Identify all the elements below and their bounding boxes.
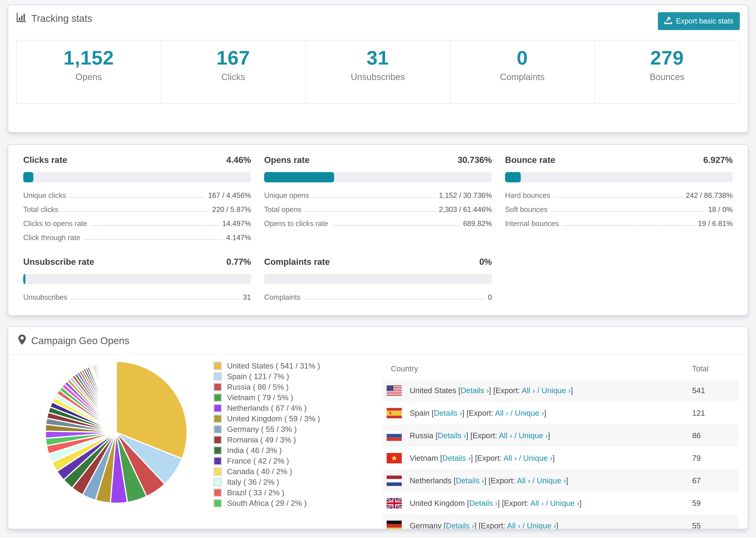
stat-row-label: Click through rate bbox=[23, 234, 80, 242]
details-link[interactable]: Details › bbox=[442, 454, 471, 462]
details-link[interactable]: Details › bbox=[434, 409, 462, 417]
stat-row-value: 689.82% bbox=[463, 219, 492, 228]
export-unique-link[interactable]: Unique › bbox=[515, 409, 544, 417]
legend-label: France ( 42 / 2% ) bbox=[227, 457, 289, 465]
legend-label: Italy ( 36 / 2% ) bbox=[227, 478, 279, 487]
stat-detail-row: Unsubscribes31 bbox=[23, 293, 251, 301]
geo-pie-chart bbox=[43, 360, 189, 505]
legend-label: South Africa ( 29 / 2% ) bbox=[227, 499, 307, 508]
export-icon bbox=[664, 16, 672, 26]
unsubscribe-rate-rows: Unsubscribes31 bbox=[23, 293, 251, 301]
stat-row-label: Soft bounces bbox=[505, 205, 548, 214]
details-link[interactable]: Details › bbox=[469, 499, 498, 508]
dotted-leader bbox=[563, 225, 694, 226]
export-unique-link[interactable]: Unique › bbox=[550, 499, 579, 508]
country-cell: Russia [Details ›] [Export: All › / Uniq… bbox=[382, 424, 688, 447]
details-link[interactable]: Details › bbox=[460, 386, 489, 395]
details-link[interactable]: Details › bbox=[446, 521, 474, 529]
geo-table-wrap: Country Total United States [Details ›] … bbox=[382, 358, 738, 529]
complaints-rate-rows: Complaints0 bbox=[264, 293, 492, 301]
unsubscribe-rate-value: 0.77% bbox=[226, 257, 251, 267]
legend-swatch bbox=[213, 414, 222, 423]
geo-table: Country Total United States [Details ›] … bbox=[382, 358, 738, 529]
legend-item-india: India ( 46 / 3% ) bbox=[213, 446, 336, 455]
export-all-link[interactable]: All › bbox=[499, 431, 512, 440]
dotted-leader bbox=[313, 197, 435, 198]
export-all-link[interactable]: All › bbox=[522, 386, 535, 395]
export-unique-link[interactable]: Unique › bbox=[519, 431, 548, 440]
unsubscribe-rate-progress-bar bbox=[23, 274, 251, 284]
country-links: Spain [Details ›] [Export: All › / Uniqu… bbox=[410, 409, 546, 418]
legend-label: Germany ( 55 / 3% ) bbox=[227, 425, 297, 434]
country-cell-content: United Kingdom [Details ›] [Export: All … bbox=[387, 498, 688, 509]
stat-detail-row: Total opens2,303 / 61.446% bbox=[264, 205, 492, 214]
country-links: Russia [Details ›] [Export: All › / Uniq… bbox=[410, 431, 550, 440]
unsubscribe-rate-head: Unsubscribe rate0.77% bbox=[23, 257, 251, 267]
export-basic-stats-button[interactable]: Export basic stats bbox=[658, 12, 740, 30]
opens-rate-value: 30.736% bbox=[458, 155, 492, 165]
bounce-rate-progress-bar bbox=[505, 172, 733, 183]
legend-item-brazil: Brazil ( 33 / 2% ) bbox=[213, 488, 336, 497]
export-all-link[interactable]: All › bbox=[530, 499, 544, 508]
export-unique-link[interactable]: Unique › bbox=[537, 476, 566, 485]
stat-value: 31 bbox=[366, 46, 389, 69]
link-separator: / bbox=[508, 409, 515, 417]
dotted-leader bbox=[71, 299, 239, 299]
total-cell: 541 bbox=[688, 379, 738, 402]
table-row-nl: Netherlands [Details ›] [Export: All › /… bbox=[382, 469, 738, 492]
stat-row-value: 19 / 6.81% bbox=[698, 219, 733, 228]
export-unique-link[interactable]: Unique › bbox=[523, 454, 553, 462]
export-all-link[interactable]: All › bbox=[503, 454, 517, 462]
clicks-rate-rows: Unique clicks167 / 4.456%Total clicks220… bbox=[23, 191, 251, 242]
export-all-link[interactable]: All › bbox=[507, 521, 520, 529]
link-separator: / bbox=[544, 499, 550, 508]
stat-row-value: 2,303 / 61.446% bbox=[439, 205, 492, 214]
details-link[interactable]: Details › bbox=[456, 476, 484, 485]
link-separator: / bbox=[512, 431, 519, 440]
legend-label: Brazil ( 33 / 2% ) bbox=[227, 488, 284, 497]
stat-row-label: Clicks to opens rate bbox=[23, 219, 87, 228]
campaign-geo-opens-card: Campaign Geo Opens United States ( 541 /… bbox=[8, 326, 748, 529]
table-row-gb: United Kingdom [Details ›] [Export: All … bbox=[382, 492, 738, 514]
total-cell: 67 bbox=[688, 469, 738, 492]
country-cell-content: Spain [Details ›] [Export: All › / Uniqu… bbox=[387, 408, 688, 418]
legend-label: Romania ( 49 / 3% ) bbox=[227, 435, 296, 444]
stat-label: Opens bbox=[76, 72, 102, 82]
export-all-link[interactable]: All › bbox=[517, 476, 530, 485]
stat-label: Bounces bbox=[650, 72, 684, 82]
column-header-country: Country bbox=[382, 358, 688, 379]
legend-swatch bbox=[213, 383, 222, 391]
legend-swatch bbox=[213, 488, 222, 497]
dotted-leader bbox=[84, 239, 223, 240]
export-unique-link[interactable]: Unique › bbox=[527, 521, 556, 529]
country-cell: United Kingdom [Details ›] [Export: All … bbox=[382, 492, 688, 514]
legend-swatch bbox=[213, 436, 222, 444]
details-link[interactable]: Details › bbox=[438, 431, 466, 440]
export-unique-link[interactable]: Unique › bbox=[541, 386, 571, 395]
geo-pie-legend: United States ( 541 / 31% )Spain ( 121 /… bbox=[213, 358, 336, 510]
stat-row-value: 18 / 0% bbox=[708, 205, 733, 214]
bounce-rate-head: Bounce rate6.927% bbox=[505, 155, 733, 165]
legend-item-russia: Russia ( 86 / 5% ) bbox=[213, 383, 336, 392]
complaints-rate-panel: Complaints rate0%Complaints0 bbox=[264, 257, 492, 307]
legend-label: United Kingdom ( 59 / 3% ) bbox=[227, 414, 320, 423]
export-all-link[interactable]: All › bbox=[495, 409, 508, 417]
stat-row-label: Internal bounces bbox=[505, 219, 559, 228]
legend-label: Russia ( 86 / 5% ) bbox=[227, 383, 289, 392]
link-separator: / bbox=[520, 521, 527, 529]
tracking-stats-card: Tracking stats Export basic stats 1,152O… bbox=[8, 5, 748, 133]
link-separator: / bbox=[530, 476, 537, 485]
legend-item-netherlands: Netherlands ( 67 / 4% ) bbox=[213, 404, 336, 413]
flag-gb-icon bbox=[387, 498, 402, 509]
summary-stats-row: 1,152Opens167Clicks31Unsubscribes0Compla… bbox=[16, 40, 740, 104]
page-title-label: Tracking stats bbox=[31, 13, 92, 24]
geo-title: Campaign Geo Opens bbox=[31, 335, 129, 347]
legend-swatch bbox=[213, 467, 222, 476]
flag-vn-icon bbox=[387, 453, 402, 463]
complaints-rate-head: Complaints rate0% bbox=[264, 257, 492, 267]
legend-swatch bbox=[213, 404, 222, 412]
legend-item-united-states: United States ( 541 / 31% ) bbox=[213, 361, 336, 370]
geo-content: United States ( 541 / 31% )Spain ( 121 /… bbox=[8, 354, 748, 529]
stat-cell-opens: 1,152Opens bbox=[17, 40, 161, 103]
legend-swatch bbox=[213, 478, 222, 486]
